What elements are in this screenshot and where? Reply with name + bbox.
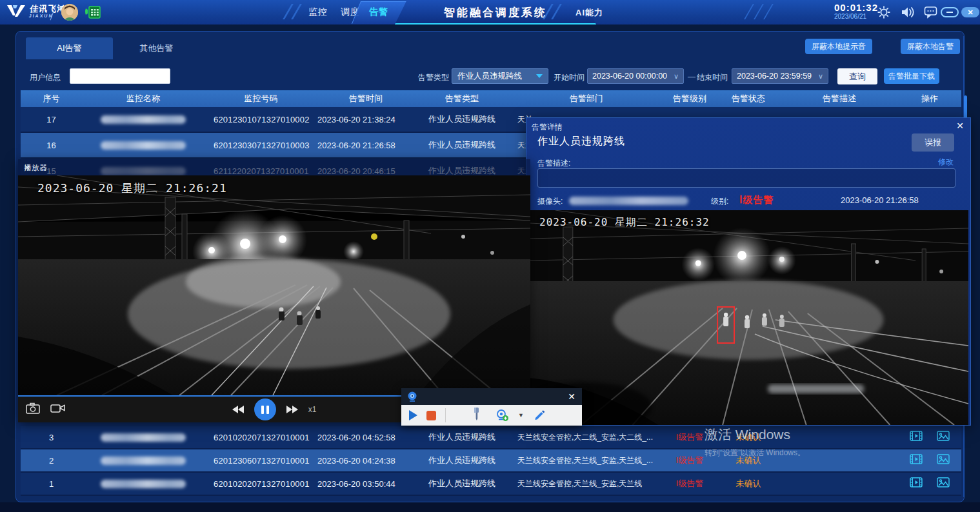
decor-slash xyxy=(744,4,754,19)
chat-icon[interactable] xyxy=(924,6,937,21)
alarm-type-label: 告警类型 xyxy=(418,72,449,83)
monitor-name-redacted xyxy=(101,115,186,124)
close-button[interactable]: ✕ xyxy=(961,7,979,17)
stop-icon[interactable] xyxy=(426,411,436,420)
table-row[interactable]: 3620102020713270100012023-06-20 04:52:58… xyxy=(21,426,961,449)
cell-alarm-time: 2023-06-20 21:26:58 xyxy=(317,141,414,150)
cell-operations xyxy=(898,431,961,444)
mute-local-alarm-button[interactable]: 屏蔽本地告警 xyxy=(901,39,960,54)
monitor-name-redacted xyxy=(101,433,186,442)
capture-tool-close-icon[interactable]: ✕ xyxy=(568,391,575,402)
cell-seq: 2 xyxy=(21,456,82,466)
avatar[interactable] xyxy=(61,4,78,21)
user-info-input[interactable] xyxy=(70,68,170,84)
camera-label: 摄像头: xyxy=(537,196,563,207)
bottom-strip xyxy=(0,502,980,512)
cell-alarm-dept: 天兰线安全管控,大二线_安监,大二线_... xyxy=(510,432,663,443)
query-button[interactable]: 查询 xyxy=(837,68,877,84)
mute-local-tip-button[interactable]: 屏蔽本地提示音 xyxy=(805,39,872,54)
row-video-icon[interactable] xyxy=(910,477,923,490)
video2-timestamp-osd: 2023-06-20 星期二 21:26:32 xyxy=(539,216,710,230)
column-header[interactable]: 告警类型 xyxy=(414,93,510,104)
alarm-snapshot-video[interactable] xyxy=(530,210,968,425)
cell-monitor-name xyxy=(82,141,205,150)
play-icon[interactable] xyxy=(409,410,417,420)
start-time-input[interactable]: 2023-06-20 00:00:00 ∨ xyxy=(587,68,684,84)
playback-speed: x1 xyxy=(308,405,317,414)
chevron-down-icon: ∨ xyxy=(818,72,823,81)
nav-alarm[interactable]: 告警 xyxy=(369,6,388,18)
detail-close-icon[interactable]: ✕ xyxy=(956,121,964,131)
false-alarm-button[interactable]: 误报 xyxy=(912,133,954,152)
screwdriver-tool-icon[interactable] xyxy=(472,407,482,424)
cell-alarm-status: 未确认 xyxy=(716,431,781,443)
cell-alarm-level: Ⅰ级告警 xyxy=(663,431,716,443)
alarm-desc-label: 告警描述: xyxy=(537,158,570,169)
cell-alarm-status: 未确认 xyxy=(716,478,781,489)
dialpad-phone-icon[interactable] xyxy=(84,5,101,23)
tab-ai-alarm[interactable]: AI告警 xyxy=(26,37,113,59)
alarm-desc-input[interactable] xyxy=(537,168,955,188)
cell-monitor-name xyxy=(82,480,205,488)
capture-tool-window: ✕ xyxy=(401,388,582,426)
range-dash: — xyxy=(688,72,695,81)
column-header[interactable]: 告警状态 xyxy=(716,93,781,104)
end-time-input[interactable]: 2023-06-20 23:59:59 ∨ xyxy=(732,68,828,84)
app-window: 佳讯飞鸿 JIAXUN xyxy=(0,0,980,512)
gear-icon[interactable] xyxy=(877,6,890,21)
clock-date: 2023/06/21 xyxy=(834,13,878,21)
row-image-icon[interactable] xyxy=(937,477,950,490)
cell-alarm-type: 作业人员违规跨线 xyxy=(414,431,510,443)
chevron-down-icon[interactable]: ▼ xyxy=(518,412,524,418)
alarm-type-select[interactable]: 作业人员违规跨线 xyxy=(452,68,548,84)
player-close-icon[interactable]: ✕ xyxy=(24,162,521,173)
cctv-scene-left xyxy=(18,175,530,395)
cell-monitor-name xyxy=(82,457,205,465)
row-video-icon[interactable] xyxy=(910,454,923,467)
column-header[interactable]: 监控号码 xyxy=(205,93,317,104)
fast-forward-button[interactable] xyxy=(286,406,298,413)
column-header[interactable]: 告警描述 xyxy=(781,93,898,104)
table-row[interactable]: 2620123060713270100012023-06-20 04:24:38… xyxy=(21,449,961,473)
player-titlebar[interactable]: 播放器 ✕ xyxy=(18,159,530,175)
nav-ai-capability[interactable]: AI能力 xyxy=(575,7,603,19)
row-image-icon[interactable] xyxy=(937,431,950,444)
tab-other-alarm[interactable]: 其他告警 xyxy=(113,37,200,59)
monitor-name-redacted xyxy=(101,141,186,150)
user-info-label: 用户信息 xyxy=(30,72,61,83)
modify-link[interactable]: 修改 xyxy=(938,157,954,168)
pause-button[interactable] xyxy=(254,399,276,420)
column-header[interactable]: 告警级别 xyxy=(663,93,716,104)
pencil-icon[interactable] xyxy=(533,408,545,423)
cell-alarm-level: Ⅰ级告警 xyxy=(663,455,716,466)
nav-monitor[interactable]: 监控 xyxy=(308,6,328,18)
cell-alarm-time: 2023-06-20 21:38:24 xyxy=(317,115,414,124)
speaker-icon[interactable] xyxy=(901,6,915,21)
capture-tool-titlebar[interactable]: ✕ xyxy=(401,388,582,405)
toolbar-divider xyxy=(445,408,446,422)
camera-name-redacted xyxy=(569,197,688,205)
detail-title: 告警详情 xyxy=(532,122,563,133)
minimize-button[interactable] xyxy=(941,7,959,17)
table-row[interactable]: 1620102020713270100012023-06-20 03:50:44… xyxy=(21,473,961,496)
column-header[interactable]: 告警时间 xyxy=(317,93,414,104)
column-header[interactable]: 序号 xyxy=(21,93,82,104)
chevron-down-icon: ∨ xyxy=(674,72,679,81)
cell-monitor-code: 62012301071327010002 xyxy=(205,115,317,124)
record-camcorder-icon[interactable] xyxy=(50,402,66,417)
row-image-icon[interactable] xyxy=(937,454,950,467)
row-video-icon[interactable] xyxy=(910,431,923,444)
snapshot-camera-icon[interactable] xyxy=(26,402,40,417)
column-header[interactable]: 告警部门 xyxy=(510,93,663,104)
cell-alarm-time: 2023-06-20 03:50:44 xyxy=(317,479,414,489)
clock-time: 00:01:32 xyxy=(834,2,878,13)
start-time-label: 开始时间 xyxy=(554,72,585,83)
column-header[interactable]: 监控名称 xyxy=(82,93,205,104)
column-header[interactable]: 操作 xyxy=(898,93,961,104)
webcam-add-icon[interactable] xyxy=(496,409,509,422)
cell-monitor-code: 62012306071327010001 xyxy=(205,456,317,466)
alarm-detail-panel: 告警详情 ✕ 作业人员违规跨线 误报 告警描述: 修改 摄像头: 级别: Ⅰ级告… xyxy=(526,117,971,426)
player-video[interactable] xyxy=(18,175,530,395)
rewind-button[interactable] xyxy=(232,406,244,413)
batch-download-button[interactable]: 告警批量下载 xyxy=(884,68,939,84)
